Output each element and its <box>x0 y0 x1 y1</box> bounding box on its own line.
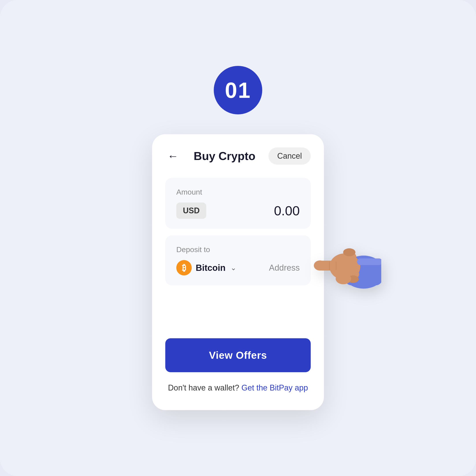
bitcoin-icon: ₿ <box>176 260 192 275</box>
app-header: ← Buy Crypto Cancel <box>165 147 311 165</box>
svg-rect-12 <box>357 258 381 265</box>
spacer <box>165 299 311 338</box>
phone-card: ← Buy Crypto Cancel Amount USD 0.00 Depo… <box>152 134 324 410</box>
bitcoin-selector[interactable]: ₿ Bitcoin ⌄ <box>176 260 237 275</box>
page-background: 01 <box>0 0 476 476</box>
view-offers-button[interactable]: View Offers <box>165 338 311 372</box>
deposit-card: Deposit to ₿ Bitcoin ⌄ Address <box>165 235 311 285</box>
amount-value[interactable]: 0.00 <box>274 203 300 218</box>
back-arrow-icon: ← <box>168 150 178 162</box>
cancel-button[interactable]: Cancel <box>268 147 311 165</box>
phone-container: ← Buy Crypto Cancel Amount USD 0.00 Depo… <box>152 134 324 410</box>
crypto-name: Bitcoin <box>196 263 226 273</box>
hand-illustration <box>311 230 381 300</box>
footer-text: Don't have a wallet? Get the BitPay app <box>165 383 311 392</box>
step-number: 01 <box>225 78 251 103</box>
amount-row: USD 0.00 <box>176 203 300 219</box>
deposit-label: Deposit to <box>176 245 300 254</box>
currency-badge[interactable]: USD <box>176 203 206 219</box>
deposit-row: ₿ Bitcoin ⌄ Address <box>176 260 300 275</box>
svg-point-8 <box>343 248 356 256</box>
address-label[interactable]: Address <box>269 263 300 272</box>
svg-point-11 <box>336 273 351 284</box>
amount-label: Amount <box>176 188 300 196</box>
chevron-down-icon: ⌄ <box>231 264 237 272</box>
footer-static-text: Don't have a wallet? <box>168 383 239 392</box>
step-badge: 01 <box>214 66 262 114</box>
page-title: Buy Crypto <box>194 149 255 163</box>
amount-card: Amount USD 0.00 <box>165 178 311 229</box>
svg-point-4 <box>314 260 326 271</box>
bitcoin-symbol-icon: ₿ <box>182 263 186 272</box>
bitpay-app-link[interactable]: Get the BitPay app <box>241 383 308 392</box>
back-button[interactable]: ← <box>165 148 181 164</box>
